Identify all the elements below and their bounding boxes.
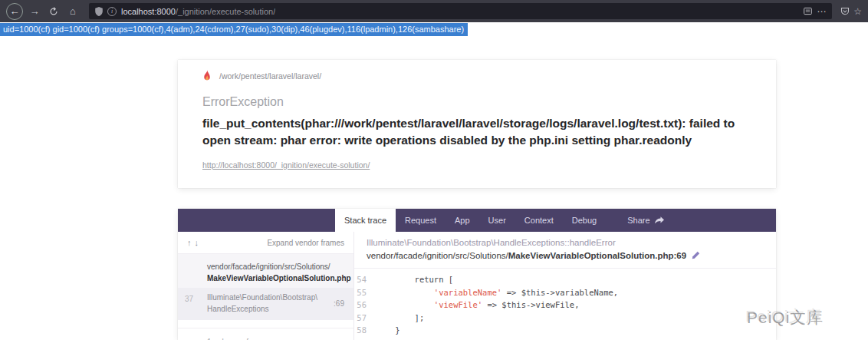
line-number: 56 (354, 299, 376, 312)
unknown-frames-label: 1 unknown frame (178, 328, 353, 340)
line-number: 58 (354, 324, 376, 337)
code-viewer[interactable]: 54 return [55 'variableName' => $this->v… (354, 269, 776, 340)
frame-index: 37 (185, 293, 193, 305)
reload-button[interactable] (46, 4, 61, 19)
frame-row-active[interactable]: 37 Illuminate\Foundation\Bootstrap\ Hand… (178, 288, 353, 320)
flare-flame-icon (202, 70, 212, 81)
code-text: } (376, 324, 400, 337)
code-text: 'variableName' => $this->variableName, (376, 286, 618, 299)
reader-mode-glyph (804, 7, 812, 15)
expand-vendor-frames-link[interactable]: Expand vendor frames (267, 239, 344, 247)
pocket-glyph (840, 7, 850, 16)
tab-stack-trace[interactable]: Stack trace (335, 209, 396, 232)
frame-file-prefix: vendor/facade/ignition/src/Solutions/ (367, 251, 508, 260)
tracking-shield-icon[interactable] (95, 7, 103, 16)
trace-body: ↑↓ Expand vendor frames vendor/facade/ig… (178, 232, 776, 340)
code-text: return [ (376, 273, 453, 286)
tab-user[interactable]: User (479, 209, 515, 232)
frame-detail-header: Illuminate\Foundation\Bootstrap\HandleEx… (354, 232, 776, 269)
frames-header: ↑↓ Expand vendor frames (178, 232, 353, 254)
frame-group-file-name: MakeViewVariableOptionalSolution.php (207, 274, 351, 282)
code-text: ]; (376, 312, 424, 325)
frame-line-number: :69 (327, 298, 344, 309)
frame-file-line: :69 (674, 251, 687, 260)
frame-method: Illuminate\Foundation\Bootstrap\HandleEx… (367, 238, 764, 247)
open-in-editor-button[interactable] (692, 251, 700, 261)
trace-nav: Stack traceRequestAppUserContextDebug Sh… (178, 209, 776, 232)
share-icon (655, 216, 664, 225)
share-label: Share (627, 216, 649, 225)
code-line: 56 'viewFile' => $this->viewFile, (354, 299, 776, 312)
tab-request[interactable]: Request (396, 209, 446, 232)
reload-icon (49, 7, 58, 16)
frame-class-name: HandleExceptions (207, 305, 269, 313)
app-path-row: /work/pentest/laravel/laravel/ (202, 70, 751, 81)
tab-debug[interactable]: Debug (563, 209, 606, 232)
line-number: 55 (354, 286, 376, 299)
line-number: 54 (354, 273, 376, 286)
frame-group-header[interactable]: vendor/facade/ignition/src/Solutions/ Ma… (178, 254, 353, 288)
frame-detail-panel: Illuminate\Foundation\Bootstrap\HandleEx… (354, 232, 776, 340)
exception-message: file_put_contents(phar:///work/pentest/l… (202, 115, 751, 150)
back-button[interactable]: ← (6, 3, 23, 20)
exception-url-link[interactable]: http://localhost:8000/_ignition/execute-… (202, 160, 370, 170)
url-host: localhost:8000 (121, 7, 176, 16)
code-line: 54 return [ (354, 273, 776, 286)
selected-command-output: uid=1000(cf) gid=1000(cf) groups=1000(cf… (0, 23, 468, 36)
tab-context[interactable]: Context (515, 209, 563, 232)
frame-class-prefix: Illuminate\Foundation\Bootstrap\ (207, 293, 317, 302)
tab-app[interactable]: App (446, 209, 479, 232)
frame-group-file-prefix: vendor/facade/ignition/src/Solutions/ (207, 262, 330, 271)
reader-mode-icon[interactable] (804, 7, 812, 15)
exception-class: ErrorException (202, 95, 751, 109)
code-line: 58 } (354, 324, 776, 337)
url-path: /_ignition/execute-solution/ (176, 7, 275, 16)
code-text: 'viewFile' => $this->viewFile, (376, 299, 580, 312)
line-number: 57 (354, 312, 376, 325)
pocket-icon[interactable] (840, 7, 850, 16)
url-bar[interactable]: i localhost:8000/_ignition/execute-solut… (89, 3, 832, 19)
forward-button[interactable]: → (27, 4, 42, 19)
bookmark-star-icon[interactable]: ☆ (853, 6, 862, 17)
arrow-up-icon[interactable]: ↑ (187, 238, 192, 247)
frame-file-name: MakeViewVariableOptionalSolution.php (508, 251, 674, 260)
browser-toolbar: ← → ⌂ i localhost:8000/_ignition/execute… (0, 0, 868, 22)
code-line: 57 ]; (354, 312, 776, 325)
pencil-icon (692, 251, 700, 259)
app-path: /work/pentest/laravel/laravel/ (219, 71, 321, 81)
trace-tabs: Stack traceRequestAppUserContextDebug (335, 209, 606, 232)
frame-file: vendor/facade/ignition/src/Solutions/Mak… (367, 251, 764, 261)
frame-sort-arrows[interactable]: ↑↓ (187, 238, 199, 247)
code-line: 55 'variableName' => $this->variableName… (354, 286, 776, 299)
arrow-down-icon[interactable]: ↓ (195, 238, 199, 247)
frames-panel: ↑↓ Expand vendor frames vendor/facade/ig… (178, 232, 354, 340)
url-text: localhost:8000/_ignition/execute-solutio… (121, 7, 275, 16)
error-card: /work/pentest/laravel/laravel/ ErrorExce… (178, 60, 776, 188)
site-info-icon[interactable]: i (107, 7, 117, 16)
frame-class: Illuminate\Foundation\Bootstrap\ HandleE… (207, 292, 317, 315)
home-button[interactable]: ⌂ (65, 4, 81, 19)
page-actions-menu-icon[interactable]: ⋯ (817, 6, 826, 17)
stack-trace-card: Stack traceRequestAppUserContextDebug Sh… (178, 209, 776, 340)
share-button[interactable]: Share (618, 209, 672, 232)
